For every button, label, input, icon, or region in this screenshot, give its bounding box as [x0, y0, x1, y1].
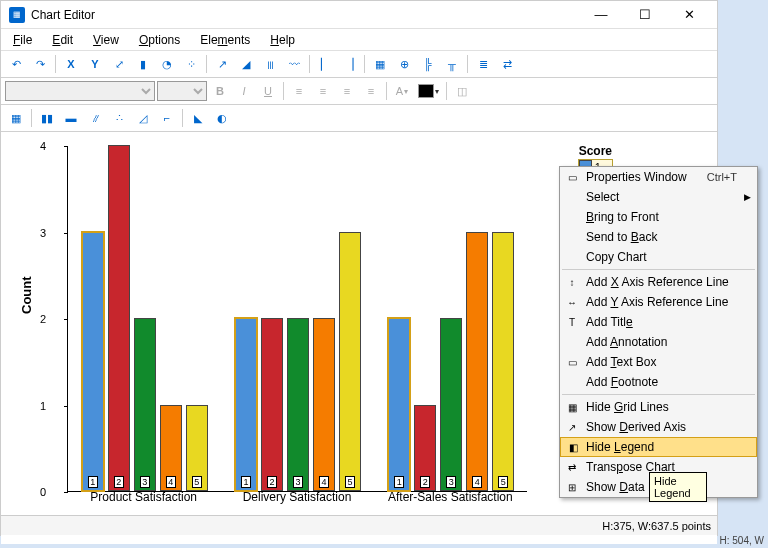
context-menu-item[interactable]: ▭Add Text Box	[560, 352, 757, 372]
bar[interactable]: 5	[492, 232, 514, 492]
context-menu-item[interactable]: ▦Hide Grid Lines	[560, 397, 757, 417]
yref-icon[interactable]: ╠	[417, 53, 439, 75]
context-menu-item[interactable]: ▭Properties WindowCtrl+T	[560, 167, 757, 187]
bar-value-label: 2	[114, 476, 124, 488]
bar[interactable]: 1	[82, 232, 104, 492]
font-family-select[interactable]	[5, 81, 155, 101]
context-menu-item[interactable]: Bring to Front	[560, 207, 757, 227]
area-el-icon[interactable]: ◿	[132, 107, 154, 129]
pie-el-icon[interactable]: ◐	[211, 107, 233, 129]
points-icon[interactable]: ⁘	[180, 53, 202, 75]
area-icon[interactable]: ◢	[235, 53, 257, 75]
step-el-icon[interactable]: ⌐	[156, 107, 178, 129]
bar-value-label: 2	[267, 476, 277, 488]
line-icon[interactable]: 〰	[283, 53, 305, 75]
underline-icon[interactable]: U	[257, 80, 279, 102]
cols-icon[interactable]: ⫼	[259, 53, 281, 75]
bar[interactable]: 2	[108, 145, 130, 491]
context-menu-item[interactable]: TAdd Title	[560, 312, 757, 332]
chart-area[interactable]: Count 01234123451234512345 Satisfaction …	[1, 132, 717, 544]
context-menu-label: Hide Legend	[586, 440, 654, 454]
context-menu-item[interactable]: Add Annotation	[560, 332, 757, 352]
fill-color-icon[interactable]: ▾	[415, 80, 442, 102]
xref-icon[interactable]: ╥	[441, 53, 463, 75]
align-right-icon[interactable]: ≡	[336, 80, 358, 102]
data-table-icon[interactable]: ▦	[5, 107, 27, 129]
hist-el-icon[interactable]: ◣	[187, 107, 209, 129]
font-size-select[interactable]	[157, 81, 207, 101]
context-menu-icon: ⇄	[564, 459, 580, 475]
bar-chart-icon[interactable]: ▮	[132, 53, 154, 75]
context-menu-item[interactable]: Select▶	[560, 187, 757, 207]
close-button[interactable]: ✕	[669, 5, 709, 25]
scatter-el-icon[interactable]: ∴	[108, 107, 130, 129]
menu-view[interactable]: View	[85, 31, 127, 48]
redo-icon[interactable]: ↷	[29, 53, 51, 75]
align-l-icon[interactable]: ▏	[314, 53, 336, 75]
context-menu-icon: ▦	[564, 399, 580, 415]
transpose-icon[interactable]: ⇄	[496, 53, 518, 75]
context-menu-icon: ⊞	[564, 479, 580, 495]
context-menu-item[interactable]: Copy Chart	[560, 247, 757, 267]
context-menu-label: Select	[586, 190, 619, 204]
bar[interactable]: 1	[235, 318, 257, 491]
hbar-el-icon[interactable]: ▬	[60, 107, 82, 129]
bar-value-label: 5	[498, 476, 508, 488]
context-menu-icon: ◧	[565, 439, 581, 455]
x-axis-icon[interactable]: X	[60, 53, 82, 75]
context-menu-icon: ▭	[564, 354, 580, 370]
align-center-icon[interactable]: ≡	[312, 80, 334, 102]
grid-icon[interactable]: ▦	[369, 53, 391, 75]
undo-icon[interactable]: ↶	[5, 53, 27, 75]
bar[interactable]: 5	[339, 232, 361, 492]
target-icon[interactable]: ⊕	[393, 53, 415, 75]
align-left-icon[interactable]: ≡	[288, 80, 310, 102]
context-menu-label: Copy Chart	[586, 250, 647, 264]
context-menu-icon: ↔	[564, 294, 580, 310]
bar[interactable]: 1	[388, 318, 410, 491]
menu-help[interactable]: Help	[262, 31, 303, 48]
line-el-icon[interactable]: ⫽	[84, 107, 106, 129]
bar[interactable]: 2	[261, 318, 283, 491]
context-menu-item[interactable]: ↗Show Derived Axis	[560, 417, 757, 437]
context-menu-item[interactable]: ↕Add X Axis Reference Line	[560, 272, 757, 292]
format-icon[interactable]: ◔	[156, 53, 178, 75]
bar[interactable]: 4	[160, 405, 182, 492]
context-menu-item[interactable]: ↔Add Y Axis Reference Line	[560, 292, 757, 312]
context-menu-item[interactable]: Add Footnote	[560, 372, 757, 392]
bar[interactable]: 5	[186, 405, 208, 492]
bar[interactable]: 4	[313, 318, 335, 491]
bar-value-label: 3	[140, 476, 150, 488]
context-menu-item[interactable]: ◧Hide Legend	[560, 437, 757, 457]
context-menu-item[interactable]: Send to Back	[560, 227, 757, 247]
minimize-button[interactable]: —	[581, 5, 621, 25]
y-tick: 2	[40, 313, 46, 325]
bar[interactable]: 4	[466, 232, 488, 492]
italic-icon[interactable]: I	[233, 80, 255, 102]
menu-options[interactable]: Options	[131, 31, 188, 48]
y-axis-icon[interactable]: Y	[84, 53, 106, 75]
context-menu-label: Send to Back	[586, 230, 657, 244]
bar[interactable]: 3	[440, 318, 462, 491]
context-menu-shortcut: Ctrl+T	[687, 171, 737, 183]
align-justify-icon[interactable]: ≡	[360, 80, 382, 102]
scale-icon[interactable]: ⤢	[108, 53, 130, 75]
bar-el-icon[interactable]: ▮▮	[36, 107, 58, 129]
plot-area[interactable]: 01234123451234512345	[67, 146, 527, 492]
maximize-button[interactable]: ☐	[625, 5, 665, 25]
align-r-icon[interactable]: ▕	[338, 53, 360, 75]
bold-icon[interactable]: B	[209, 80, 231, 102]
bar[interactable]: 3	[134, 318, 156, 491]
status-bar: H:375, W:637.5 points	[1, 515, 717, 535]
menu-elements[interactable]: Elements	[192, 31, 258, 48]
series-icon[interactable]: ≣	[472, 53, 494, 75]
fit-line-icon[interactable]: ↗	[211, 53, 233, 75]
text-color-icon[interactable]: A▾	[391, 80, 413, 102]
menu-file[interactable]: File	[5, 31, 40, 48]
menu-edit[interactable]: Edit	[44, 31, 81, 48]
context-menu-label: Properties Window	[586, 170, 687, 184]
labels-icon[interactable]: ◫	[451, 80, 473, 102]
toolbar-format: B I U ≡ ≡ ≡ ≡ A▾ ▾ ◫	[1, 78, 717, 105]
bar[interactable]: 3	[287, 318, 309, 491]
bar[interactable]: 2	[414, 405, 436, 492]
